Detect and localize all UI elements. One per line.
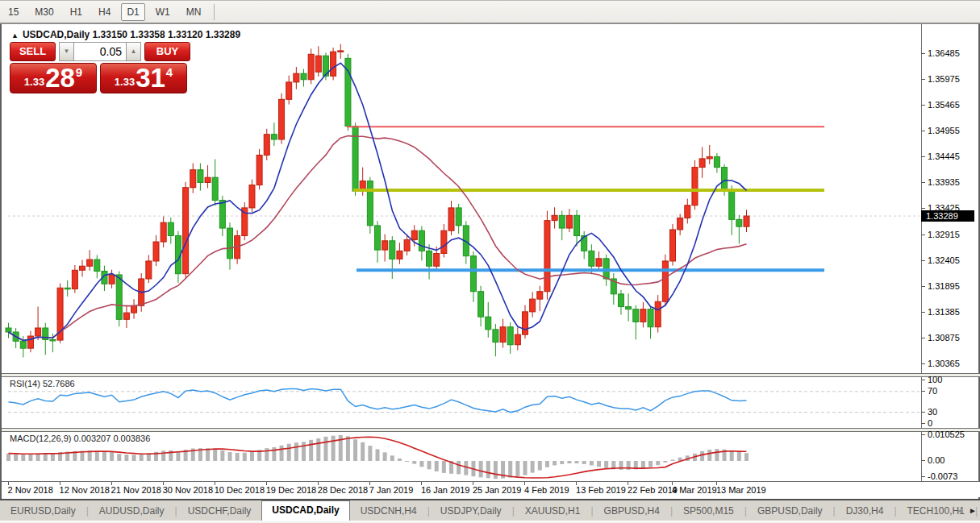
sell-price-prefix: 1.33 xyxy=(24,76,44,88)
tab-gbpusd-daily[interactable]: GBPUSD,Daily xyxy=(747,502,833,520)
volume-decrease-button[interactable]: ▼ xyxy=(59,42,74,61)
macd-label: MACD(12,26,9) 0.003207 0.003836 xyxy=(10,434,150,443)
timeframe-button-m30[interactable]: M30 xyxy=(29,3,59,21)
chart-title: USDCAD,Daily 1.33150 1.33358 1.33120 1.3… xyxy=(23,29,240,40)
volume-increase-button[interactable]: ▲ xyxy=(126,42,141,61)
chart-window: ▲USDCAD,Daily 1.33150 1.33358 1.33120 1.… xyxy=(0,24,980,499)
price-tick: 1.34955 xyxy=(922,126,960,135)
toolbar-separator xyxy=(214,4,215,20)
buy-price-prefix: 1.33 xyxy=(115,76,135,88)
price-tick: 1.35975 xyxy=(922,74,960,84)
price-tick: 1.35465 xyxy=(922,100,960,110)
tab-audusd-daily[interactable]: AUDUSD,Daily xyxy=(89,502,175,520)
date-tick: 21 Nov 2018 xyxy=(111,482,161,495)
chart-tab-bar: EURUSD,Daily|AUDUSD,Daily|USDCHF,DailyUS… xyxy=(0,499,980,521)
macd-pane-separator[interactable] xyxy=(2,428,980,432)
rsi-level-tick: 30 xyxy=(922,407,937,417)
rsi-level-tick: 100 xyxy=(922,375,942,384)
price-axis[interactable]: 1.364851.359751.354651.349551.344451.339… xyxy=(922,24,975,481)
date-tick: 10 Dec 2018 xyxy=(215,482,265,495)
rsi-level-tick: 70 xyxy=(922,386,937,396)
mt4-terminal: 15M30H1H4D1W1MN ▲USDCAD,Daily 1.33150 1.… xyxy=(0,0,980,523)
tab-eurusd-daily[interactable]: EURUSD,Daily xyxy=(0,502,86,520)
timeframe-button-d1[interactable]: D1 xyxy=(121,3,144,21)
buy-button[interactable]: BUY xyxy=(144,42,190,61)
macd-level-tick: 0.00 xyxy=(922,455,945,465)
timeframe-button-h1[interactable]: H1 xyxy=(65,3,88,21)
date-tick: 4 Feb 2019 xyxy=(524,482,569,495)
tab-scroll-right-icon[interactable]: ► xyxy=(969,504,977,517)
timeframe-toolbar: 15M30H1H4D1W1MN xyxy=(0,0,980,24)
price-tick: 1.34445 xyxy=(922,152,960,161)
date-tick: 25 Jan 2019 xyxy=(473,482,522,495)
timeframe-button-15[interactable]: 15 xyxy=(2,3,24,21)
tab-usdcad-daily[interactable]: USDCAD,Daily xyxy=(261,500,349,521)
price-tick: 1.30875 xyxy=(922,333,960,342)
sell-price-big: 28 xyxy=(45,66,75,90)
timeframe-button-mn[interactable]: MN xyxy=(181,3,207,21)
tab-scroll-left-icon[interactable]: ◄ xyxy=(956,504,964,517)
tab-usdchf-daily[interactable]: USDCHF,Daily xyxy=(177,502,262,520)
date-tick: 13 Mar 2019 xyxy=(716,482,766,495)
sell-price-tile[interactable]: 1.33 28 9 xyxy=(10,63,97,93)
tab-sp500-m15[interactable]: SP500,M15 xyxy=(673,502,744,520)
buy-price-big: 31 xyxy=(136,66,165,90)
one-click-trading-panel: SELL ▼ ▲ BUY 1.33 28 9 1.33 31 4 xyxy=(10,42,190,93)
date-tick: 16 Jan 2019 xyxy=(421,482,470,495)
collapse-triangle-icon[interactable]: ▲ xyxy=(11,31,19,39)
date-tick: 13 Feb 2019 xyxy=(576,482,626,495)
buy-price-tile[interactable]: 1.33 31 4 xyxy=(100,63,187,93)
price-tick: 1.33935 xyxy=(922,177,960,187)
sell-price-sup: 9 xyxy=(76,65,82,79)
date-tick: 7 Jan 2019 xyxy=(369,482,413,495)
price-tick: 1.31385 xyxy=(922,307,960,317)
timeframe-button-h4[interactable]: H4 xyxy=(93,3,116,21)
timeframe-button-w1[interactable]: W1 xyxy=(150,3,176,21)
volume-input[interactable] xyxy=(74,42,126,61)
date-tick: 12 Nov 2018 xyxy=(60,482,110,495)
rsi-pane-separator[interactable] xyxy=(2,373,980,377)
date-tick: 19 Dec 2018 xyxy=(266,482,316,495)
macd-level-tick: 0.010525 xyxy=(922,430,965,439)
chart-header: ▲USDCAD,Daily 1.33150 1.33358 1.33120 1.… xyxy=(11,29,240,40)
price-tick: 1.30365 xyxy=(922,359,960,368)
price-tick: 1.32915 xyxy=(922,230,960,239)
date-axis[interactable]: 2 Nov 201812 Nov 201821 Nov 201830 Nov 2… xyxy=(2,481,980,497)
price-tick: 1.36485 xyxy=(922,48,960,58)
rsi-label: RSI(14) 52.7686 xyxy=(10,379,75,388)
date-tick: 22 Feb 2019 xyxy=(628,482,678,495)
date-tick: 2 Nov 2018 xyxy=(8,482,53,495)
tab-xauusd-h1[interactable]: XAUUSD,H1 xyxy=(515,502,591,520)
tab-usdcnh-h4[interactable]: USDCNH,H4 xyxy=(350,502,427,520)
date-tick: 30 Nov 2018 xyxy=(163,482,213,495)
price-tick: 1.31895 xyxy=(922,281,960,291)
date-tick: 28 Dec 2018 xyxy=(318,482,368,495)
tab-usdjpy-daily[interactable]: USDJPY,Daily xyxy=(430,502,512,520)
tab-dj30-h4[interactable]: DJ30,H4 xyxy=(836,502,895,520)
tab-gbpusd-h4[interactable]: GBPUSD,H4 xyxy=(594,502,670,520)
sell-button[interactable]: SELL xyxy=(10,42,56,61)
date-tick: 4 Mar 2019 xyxy=(672,482,717,495)
macd-level-tick: -0.0073 xyxy=(922,471,957,481)
rsi-level-tick: 0 xyxy=(922,418,932,428)
buy-price-sup: 4 xyxy=(166,65,173,79)
price-chart-plot[interactable] xyxy=(2,24,980,497)
current-price-tag: 1.33289 xyxy=(921,210,974,222)
price-tick: 1.32405 xyxy=(922,255,960,265)
